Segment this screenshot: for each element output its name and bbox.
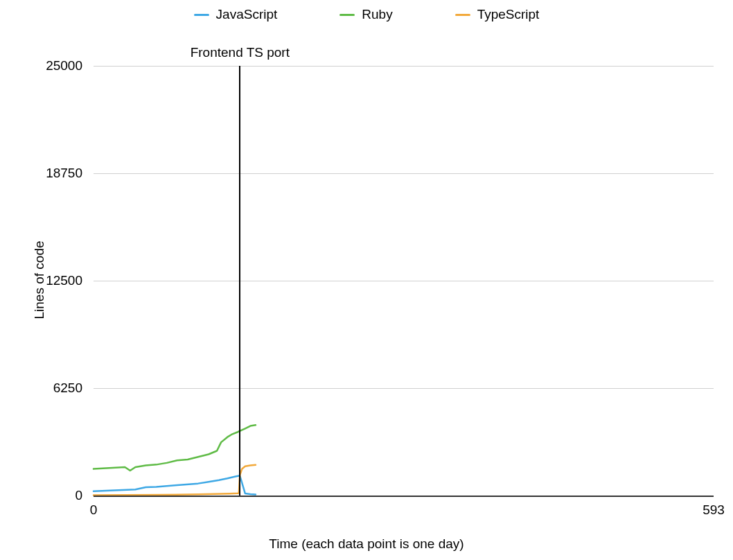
legend-label: TypeScript (477, 7, 540, 22)
y-tick-label: 25000 (46, 58, 94, 73)
annotation-line (239, 66, 240, 496)
y-tick-label: 18750 (46, 166, 94, 181)
gridline (94, 388, 714, 389)
series-line (94, 425, 256, 471)
legend-label: Ruby (362, 7, 392, 22)
legend-item-ruby: Ruby (339, 7, 392, 22)
y-tick-label: 12500 (46, 273, 94, 288)
x-tick-label: 593 (703, 496, 725, 518)
legend-item-javascript: JavaScript (194, 7, 278, 22)
gridline (94, 281, 714, 281)
plot-area: 062501250018750250000593 (94, 66, 714, 496)
annotation-label: Frontend TS port (191, 45, 290, 60)
chart-container: JavaScript Ruby TypeScript Frontend TS p… (0, 0, 733, 560)
x-tick-label: 0 (90, 496, 98, 518)
legend-swatch-icon (339, 14, 355, 16)
x-axis-line (94, 496, 714, 497)
y-axis-label: Lines of code (32, 240, 47, 319)
x-axis-label: Time (each data point is one day) (0, 536, 733, 552)
legend-swatch-icon (194, 14, 209, 16)
legend-item-typescript: TypeScript (455, 7, 540, 22)
gridline (94, 66, 714, 67)
legend-label: JavaScript (216, 7, 278, 22)
y-tick-label: 6250 (53, 380, 94, 396)
legend: JavaScript Ruby TypeScript (0, 7, 733, 22)
gridline (94, 173, 714, 174)
legend-swatch-icon (455, 14, 470, 16)
series-line (94, 475, 256, 494)
